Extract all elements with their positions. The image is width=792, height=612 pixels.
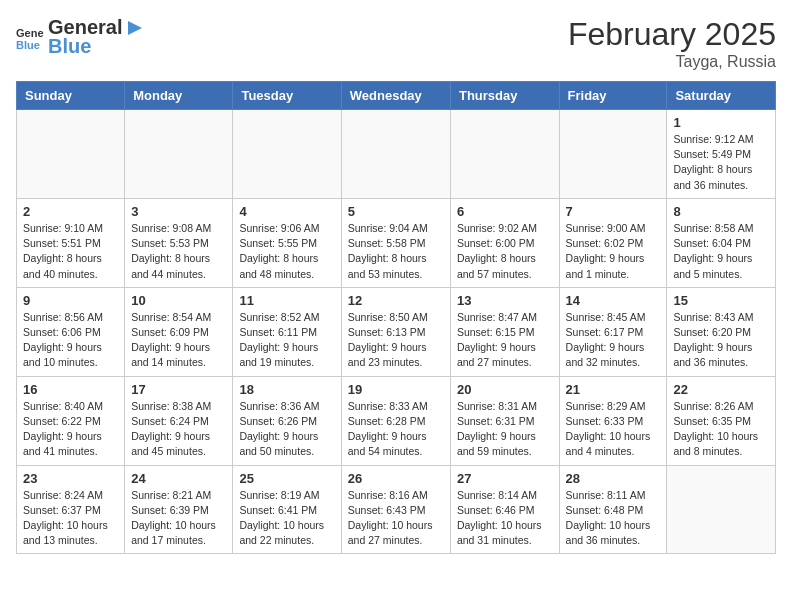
calendar-cell: 22Sunrise: 8:26 AM Sunset: 6:35 PM Dayli… [667,376,776,465]
week-row-2: 2Sunrise: 9:10 AM Sunset: 5:51 PM Daylig… [17,198,776,287]
calendar-cell: 20Sunrise: 8:31 AM Sunset: 6:31 PM Dayli… [450,376,559,465]
day-number: 25 [239,471,334,486]
logo: General Blue General Blue [16,16,146,58]
day-number: 26 [348,471,444,486]
calendar-cell: 28Sunrise: 8:11 AM Sunset: 6:48 PM Dayli… [559,465,667,554]
day-info: Sunrise: 8:45 AM Sunset: 6:17 PM Dayligh… [566,310,661,371]
day-info: Sunrise: 9:10 AM Sunset: 5:51 PM Dayligh… [23,221,118,282]
day-number: 10 [131,293,226,308]
day-number: 9 [23,293,118,308]
day-number: 8 [673,204,769,219]
calendar-cell: 16Sunrise: 8:40 AM Sunset: 6:22 PM Dayli… [17,376,125,465]
week-row-5: 23Sunrise: 8:24 AM Sunset: 6:37 PM Dayli… [17,465,776,554]
calendar-cell: 9Sunrise: 8:56 AM Sunset: 6:06 PM Daylig… [17,287,125,376]
day-info: Sunrise: 9:08 AM Sunset: 5:53 PM Dayligh… [131,221,226,282]
calendar-cell: 3Sunrise: 9:08 AM Sunset: 5:53 PM Daylig… [125,198,233,287]
calendar-cell [559,110,667,199]
day-number: 24 [131,471,226,486]
logo-arrow-icon [124,17,146,39]
day-number: 12 [348,293,444,308]
calendar-header-row: SundayMondayTuesdayWednesdayThursdayFrid… [17,82,776,110]
calendar-cell: 11Sunrise: 8:52 AM Sunset: 6:11 PM Dayli… [233,287,341,376]
day-info: Sunrise: 9:02 AM Sunset: 6:00 PM Dayligh… [457,221,553,282]
week-row-4: 16Sunrise: 8:40 AM Sunset: 6:22 PM Dayli… [17,376,776,465]
day-number: 14 [566,293,661,308]
calendar-cell: 5Sunrise: 9:04 AM Sunset: 5:58 PM Daylig… [341,198,450,287]
day-info: Sunrise: 8:14 AM Sunset: 6:46 PM Dayligh… [457,488,553,549]
day-number: 17 [131,382,226,397]
day-info: Sunrise: 8:24 AM Sunset: 6:37 PM Dayligh… [23,488,118,549]
calendar-cell: 18Sunrise: 8:36 AM Sunset: 6:26 PM Dayli… [233,376,341,465]
day-info: Sunrise: 8:11 AM Sunset: 6:48 PM Dayligh… [566,488,661,549]
location-subtitle: Tayga, Russia [568,53,776,71]
column-header-sunday: Sunday [17,82,125,110]
day-info: Sunrise: 8:16 AM Sunset: 6:43 PM Dayligh… [348,488,444,549]
day-info: Sunrise: 9:00 AM Sunset: 6:02 PM Dayligh… [566,221,661,282]
day-number: 1 [673,115,769,130]
calendar-cell: 17Sunrise: 8:38 AM Sunset: 6:24 PM Dayli… [125,376,233,465]
calendar-cell: 13Sunrise: 8:47 AM Sunset: 6:15 PM Dayli… [450,287,559,376]
day-info: Sunrise: 8:36 AM Sunset: 6:26 PM Dayligh… [239,399,334,460]
calendar-cell: 7Sunrise: 9:00 AM Sunset: 6:02 PM Daylig… [559,198,667,287]
week-row-3: 9Sunrise: 8:56 AM Sunset: 6:06 PM Daylig… [17,287,776,376]
day-info: Sunrise: 8:56 AM Sunset: 6:06 PM Dayligh… [23,310,118,371]
day-info: Sunrise: 8:54 AM Sunset: 6:09 PM Dayligh… [131,310,226,371]
day-info: Sunrise: 8:52 AM Sunset: 6:11 PM Dayligh… [239,310,334,371]
column-header-tuesday: Tuesday [233,82,341,110]
day-number: 23 [23,471,118,486]
day-info: Sunrise: 8:29 AM Sunset: 6:33 PM Dayligh… [566,399,661,460]
calendar-cell: 24Sunrise: 8:21 AM Sunset: 6:39 PM Dayli… [125,465,233,554]
day-info: Sunrise: 8:21 AM Sunset: 6:39 PM Dayligh… [131,488,226,549]
day-number: 22 [673,382,769,397]
day-number: 21 [566,382,661,397]
calendar-cell: 1Sunrise: 9:12 AM Sunset: 5:49 PM Daylig… [667,110,776,199]
day-number: 19 [348,382,444,397]
day-info: Sunrise: 8:43 AM Sunset: 6:20 PM Dayligh… [673,310,769,371]
day-number: 11 [239,293,334,308]
day-number: 16 [23,382,118,397]
column-header-saturday: Saturday [667,82,776,110]
calendar-cell: 10Sunrise: 8:54 AM Sunset: 6:09 PM Dayli… [125,287,233,376]
calendar-cell: 23Sunrise: 8:24 AM Sunset: 6:37 PM Dayli… [17,465,125,554]
column-header-thursday: Thursday [450,82,559,110]
title-area: February 2025 Tayga, Russia [568,16,776,71]
day-info: Sunrise: 8:58 AM Sunset: 6:04 PM Dayligh… [673,221,769,282]
day-info: Sunrise: 8:33 AM Sunset: 6:28 PM Dayligh… [348,399,444,460]
calendar-cell [233,110,341,199]
svg-marker-2 [128,21,142,35]
calendar-cell [17,110,125,199]
calendar-cell: 27Sunrise: 8:14 AM Sunset: 6:46 PM Dayli… [450,465,559,554]
calendar-cell: 14Sunrise: 8:45 AM Sunset: 6:17 PM Dayli… [559,287,667,376]
calendar-cell [341,110,450,199]
day-info: Sunrise: 9:04 AM Sunset: 5:58 PM Dayligh… [348,221,444,282]
day-number: 6 [457,204,553,219]
day-number: 2 [23,204,118,219]
calendar-cell: 26Sunrise: 8:16 AM Sunset: 6:43 PM Dayli… [341,465,450,554]
day-info: Sunrise: 9:12 AM Sunset: 5:49 PM Dayligh… [673,132,769,193]
day-info: Sunrise: 8:50 AM Sunset: 6:13 PM Dayligh… [348,310,444,371]
day-number: 28 [566,471,661,486]
day-number: 20 [457,382,553,397]
logo-icon: General Blue [16,23,44,51]
calendar-cell [450,110,559,199]
day-info: Sunrise: 8:40 AM Sunset: 6:22 PM Dayligh… [23,399,118,460]
column-header-friday: Friday [559,82,667,110]
day-number: 13 [457,293,553,308]
day-number: 27 [457,471,553,486]
day-info: Sunrise: 8:38 AM Sunset: 6:24 PM Dayligh… [131,399,226,460]
day-number: 18 [239,382,334,397]
calendar-cell: 2Sunrise: 9:10 AM Sunset: 5:51 PM Daylig… [17,198,125,287]
day-info: Sunrise: 9:06 AM Sunset: 5:55 PM Dayligh… [239,221,334,282]
day-info: Sunrise: 8:19 AM Sunset: 6:41 PM Dayligh… [239,488,334,549]
page-header: General Blue General Blue February 2025 … [16,16,776,71]
calendar-cell [125,110,233,199]
column-header-monday: Monday [125,82,233,110]
calendar-cell: 4Sunrise: 9:06 AM Sunset: 5:55 PM Daylig… [233,198,341,287]
day-info: Sunrise: 8:47 AM Sunset: 6:15 PM Dayligh… [457,310,553,371]
calendar-cell: 12Sunrise: 8:50 AM Sunset: 6:13 PM Dayli… [341,287,450,376]
calendar-cell [667,465,776,554]
month-year-title: February 2025 [568,16,776,53]
svg-text:General: General [16,27,44,39]
calendar-cell: 8Sunrise: 8:58 AM Sunset: 6:04 PM Daylig… [667,198,776,287]
calendar-table: SundayMondayTuesdayWednesdayThursdayFrid… [16,81,776,554]
